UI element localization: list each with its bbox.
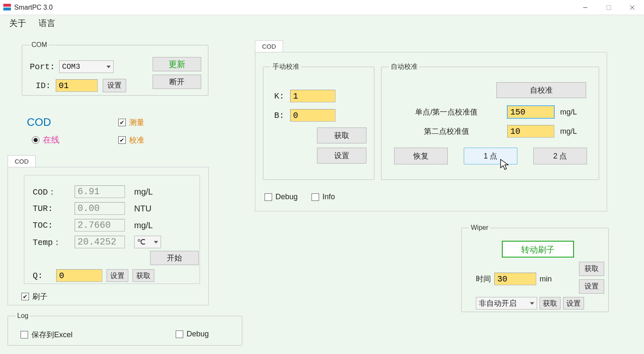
temp-value: 20.4252	[75, 236, 125, 248]
wiper-get-button[interactable]: 获取	[579, 262, 604, 276]
q-set-button[interactable]: 设置	[106, 269, 128, 282]
manual-cal-group: 手动校准 K: B: 获取 设置	[263, 62, 374, 180]
disconnect-button[interactable]: 断开	[153, 75, 201, 89]
manual-set-button[interactable]: 设置	[317, 148, 366, 164]
b-label: B:	[274, 111, 286, 120]
close-button[interactable]	[621, 0, 644, 15]
id-label: ID:	[36, 81, 51, 91]
auto-cal-legend: 自动校准	[389, 62, 419, 71]
checkbox-icon	[118, 119, 126, 126]
maximize-button[interactable]	[597, 0, 621, 15]
time-label: 时间	[476, 274, 491, 284]
rotate-brush-button[interactable]: 转动刷子	[502, 241, 574, 258]
p2-unit: mg/L	[560, 127, 577, 136]
restore-button[interactable]: 恢复	[394, 148, 448, 164]
save-excel-checkbox[interactable]: 保存到Excel	[21, 330, 73, 340]
manual-get-button[interactable]: 获取	[317, 128, 366, 143]
q-label: Q:	[33, 271, 52, 281]
temp-label: Temp：	[33, 237, 75, 248]
checkbox-icon	[312, 193, 319, 201]
menu-about[interactable]: 关于	[9, 18, 26, 29]
tur-label: TUR:	[33, 204, 75, 213]
k-label: K:	[274, 91, 286, 101]
checkbox-icon	[21, 293, 29, 300]
q-get-button[interactable]: 获取	[132, 269, 154, 282]
wiper-set-button[interactable]: 设置	[579, 279, 604, 294]
right-cod-tabpanel: 手动校准 K: B: 获取 设置 自动校准 自校准 单点/第一点校准值 mg/L…	[255, 52, 607, 211]
right-info-checkbox[interactable]: Info	[312, 193, 335, 201]
start-button[interactable]: 开始	[150, 251, 199, 265]
wiper-set2-button[interactable]: 设置	[563, 297, 584, 310]
log-group: Log 保存到Excel Debug	[8, 312, 242, 346]
com-group: COM Port: COM3 ID: 设置 更新 断开	[22, 41, 208, 96]
temp-unit-select[interactable]: ℃	[134, 236, 161, 248]
port-select[interactable]: COM3	[59, 60, 114, 73]
time-unit: min	[540, 275, 552, 284]
window-title: SmartPC 3.0	[14, 4, 53, 11]
right-cod-tab[interactable]: COD	[255, 40, 283, 52]
minimize-button[interactable]	[574, 0, 597, 15]
k-input[interactable]	[290, 90, 335, 102]
p2-input[interactable]	[507, 125, 554, 138]
menubar: 关于 语言	[0, 15, 644, 31]
cod-label: COD：	[33, 186, 75, 198]
tur-unit: NTU	[134, 204, 151, 213]
sensor-name: COD	[27, 116, 51, 129]
pt1-button[interactable]: 1 点	[464, 148, 517, 164]
time-input[interactable]	[494, 273, 536, 285]
cod-tabpanel: COD： 6.91 mg/L TUR: 0.00 NTU TOC: 2.7660…	[8, 167, 209, 305]
id-input[interactable]	[56, 79, 98, 92]
calibrate-checkbox[interactable]: 校准	[118, 135, 144, 145]
checkbox-icon	[21, 331, 28, 338]
port-label: Port:	[30, 62, 55, 72]
wiper-group: Wiper 转动刷子 获取 设置 时间 min 非自动开启 获取 设置	[461, 224, 609, 312]
radio-icon	[32, 136, 39, 144]
tur-value: 0.00	[75, 202, 125, 215]
cod-value: 6.91	[75, 185, 125, 198]
manual-cal-legend: 手动校准	[271, 62, 301, 71]
cod-readings-group: COD： 6.91 mg/L TUR: 0.00 NTU TOC: 2.7660…	[24, 175, 200, 284]
online-radio[interactable]: 在线	[32, 134, 60, 146]
measure-checkbox[interactable]: 测量	[118, 117, 144, 128]
checkbox-icon	[265, 193, 272, 201]
right-debug-checkbox[interactable]: Debug	[265, 193, 298, 201]
pt2-button[interactable]: 2 点	[533, 148, 587, 164]
selfcal-button[interactable]: 自校准	[496, 82, 586, 98]
auto-cal-group: 自动校准 自校准 单点/第一点校准值 mg/L 第二点校准值 mg/L 恢复 1…	[381, 62, 599, 180]
checkbox-icon	[176, 331, 183, 338]
q-input[interactable]	[56, 269, 102, 282]
svg-rect-1	[607, 5, 611, 10]
toc-value: 2.7660	[75, 219, 125, 232]
titlebar: SmartPC 3.0	[0, 0, 644, 15]
id-set-button[interactable]: 设置	[103, 79, 126, 92]
wiper-get2-button[interactable]: 获取	[540, 297, 561, 310]
brush-checkbox[interactable]: 刷子	[21, 292, 47, 302]
p1-unit: mg/L	[560, 108, 577, 117]
log-debug-checkbox[interactable]: Debug	[176, 330, 209, 338]
cod-tab[interactable]: COD	[8, 155, 36, 167]
b-input[interactable]	[290, 109, 335, 122]
refresh-button[interactable]: 更新	[153, 57, 201, 71]
cod-unit: mg/L	[134, 187, 153, 197]
p1-label: 单点/第一点校准值	[394, 107, 499, 117]
menu-language[interactable]: 语言	[39, 18, 55, 29]
p2-label: 第二点校准值	[394, 126, 499, 136]
wiper-legend: Wiper	[469, 224, 490, 232]
checkbox-icon	[118, 136, 126, 144]
wiper-mode-select[interactable]: 非自动开启	[476, 297, 537, 310]
app-icon	[3, 4, 11, 11]
p1-input[interactable]	[507, 106, 554, 118]
toc-label: TOC:	[33, 221, 75, 230]
log-legend: Log	[16, 312, 30, 320]
com-legend: COM	[30, 41, 49, 49]
toc-unit: mg/L	[134, 221, 153, 230]
